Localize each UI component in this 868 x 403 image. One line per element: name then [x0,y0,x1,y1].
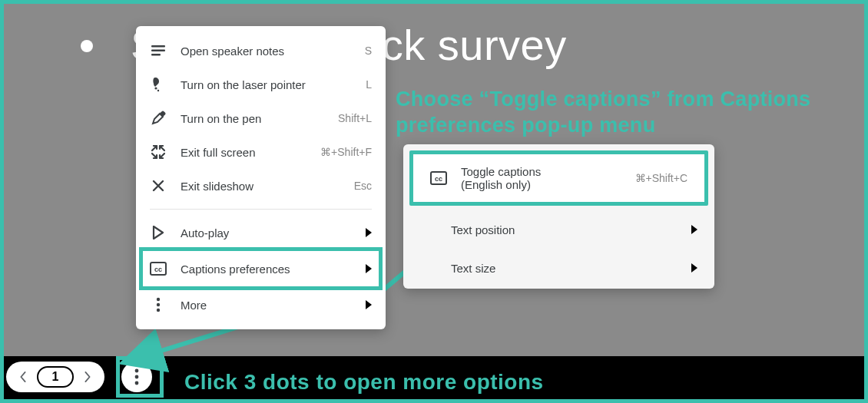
screenshot-frame [0,0,868,403]
